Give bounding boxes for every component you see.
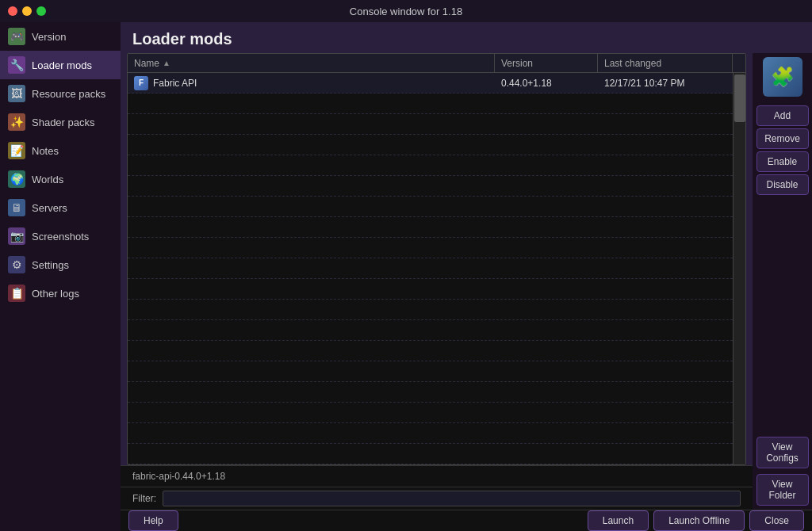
sidebar-item-resource-packs[interactable]: 🖼Resource packs [0, 79, 121, 108]
mod-header-icon: 🧩 [763, 57, 802, 97]
table-empty-row [128, 238, 733, 258]
table-empty-row [128, 279, 733, 300]
filter-label: Filter: [132, 493, 156, 504]
table-body: F Fabric API 0.44.0+1.18 12/17/21 10:47 … [128, 73, 733, 464]
screenshots-icon: 📷 [8, 227, 25, 245]
filter-row: Filter: [121, 487, 753, 510]
table-empty-row [128, 155, 733, 176]
footer-info-text: fabric-api-0.44.0+1.18 [132, 471, 225, 482]
main-container: 🎮Version🔧Loader mods🖼Resource packs✨Shad… [0, 22, 812, 531]
col-version-label: Version [501, 58, 533, 69]
mod-name: Fabric API [153, 78, 197, 89]
mods-table: Name ▲ Version Last changed [127, 53, 746, 465]
sidebar-label-settings: Settings [32, 259, 69, 271]
version-icon: 🎮 [8, 28, 25, 45]
resource-packs-icon: 🖼 [8, 85, 25, 102]
window-title: Console window for 1.18 [350, 6, 462, 17]
table-empty-row [128, 176, 733, 197]
table-empty-row [128, 135, 733, 155]
content-main: Name ▲ Version Last changed [121, 53, 812, 510]
filter-input[interactable] [163, 491, 741, 506]
servers-icon: 🖥 [8, 199, 25, 216]
other-logs-icon: 📋 [8, 285, 25, 302]
col-scrollbar-spacer [733, 54, 745, 72]
table-empty-row [128, 300, 733, 320]
table-empty-row [128, 114, 733, 135]
launch-button[interactable]: Launch [588, 510, 649, 531]
maximize-window-button[interactable] [36, 6, 46, 16]
shader-packs-icon: ✨ [8, 113, 25, 131]
sidebar-label-version: Version [32, 31, 66, 43]
sidebar-item-screenshots[interactable]: 📷Screenshots [0, 222, 121, 250]
sidebar-label-screenshots: Screenshots [32, 231, 89, 243]
table-header: Name ▲ Version Last changed [128, 54, 745, 73]
row-lastchanged-cell: 12/17/21 10:47 PM [598, 75, 733, 91]
add-button[interactable]: Add [756, 105, 809, 126]
table-empty-row [128, 320, 733, 341]
table-body-wrapper: F Fabric API 0.44.0+1.18 12/17/21 10:47 … [128, 73, 745, 464]
sidebar-item-loader-mods[interactable]: 🔧Loader mods [0, 51, 121, 79]
col-name-label: Name [134, 58, 159, 69]
table-empty-row [128, 258, 733, 279]
sidebar: 🎮Version🔧Loader mods🖼Resource packs✨Shad… [0, 22, 121, 531]
loader-mods-icon: 🔧 [8, 56, 25, 74]
enable-button[interactable]: Enable [756, 151, 809, 172]
table-empty-row [128, 423, 733, 444]
close-button[interactable]: Close [749, 510, 804, 531]
sidebar-label-servers: Servers [32, 202, 67, 214]
table-empty-row [128, 94, 733, 114]
sidebar-label-loader-mods: Loader mods [32, 59, 92, 71]
sidebar-label-resource-packs: Resource packs [32, 88, 105, 100]
table-empty-row [128, 403, 733, 423]
help-button[interactable]: Help [128, 510, 178, 531]
sort-arrow-name: ▲ [163, 59, 170, 67]
sidebar-item-notes[interactable]: 📝Notes [0, 136, 121, 165]
table-empty-row [128, 197, 733, 217]
view-configs-button[interactable]: View Configs [756, 437, 809, 468]
col-lastchanged-label: Last changed [604, 58, 661, 69]
table-empty-row [128, 361, 733, 382]
col-header-lastchanged[interactable]: Last changed [598, 54, 733, 72]
row-name-cell: F Fabric API [128, 74, 495, 93]
worlds-icon: 🌍 [8, 170, 25, 188]
empty-rows [128, 94, 733, 464]
view-folder-button[interactable]: View Folder [756, 474, 809, 506]
sidebar-item-version[interactable]: 🎮Version [0, 22, 121, 51]
right-panel: 🧩 Add Remove Enable Disable View Configs… [753, 53, 812, 510]
sidebar-item-worlds[interactable]: 🌍Worlds [0, 165, 121, 193]
launch-offline-button[interactable]: Launch Offline [653, 510, 745, 531]
minimize-window-button[interactable] [22, 6, 32, 16]
sidebar-item-servers[interactable]: 🖥Servers [0, 193, 121, 222]
window-controls [8, 6, 46, 16]
bottom-bar: Help Launch Launch Offline Close [121, 510, 812, 531]
scrollbar-thumb[interactable] [734, 74, 745, 122]
disable-button[interactable]: Disable [756, 174, 809, 195]
bottom-left: Help [128, 510, 178, 531]
remove-button[interactable]: Remove [756, 128, 809, 149]
table-scrollbar[interactable] [733, 73, 745, 464]
close-window-button[interactable] [8, 6, 17, 16]
sidebar-item-shader-packs[interactable]: ✨Shader packs [0, 108, 121, 136]
notes-icon: 📝 [8, 142, 25, 159]
settings-icon: ⚙ [8, 256, 25, 273]
col-header-name[interactable]: Name ▲ [128, 54, 495, 72]
sidebar-label-worlds: Worlds [32, 174, 63, 185]
mod-icon: F [134, 76, 148, 90]
table-empty-row [128, 444, 733, 464]
bottom-right: Launch Launch Offline Close [588, 510, 804, 531]
col-header-version[interactable]: Version [495, 54, 598, 72]
sidebar-item-other-logs[interactable]: 📋Other logs [0, 279, 121, 308]
table-empty-row [128, 341, 733, 361]
table-empty-row [128, 382, 733, 403]
sidebar-label-other-logs: Other logs [32, 288, 79, 300]
footer-info: fabric-api-0.44.0+1.18 [121, 465, 753, 487]
table-empty-row [128, 217, 733, 238]
row-version-cell: 0.44.0+1.18 [495, 75, 598, 91]
page-header: Loader mods [121, 22, 812, 53]
sidebar-label-shader-packs: Shader packs [32, 117, 95, 128]
page-title: Loader mods [132, 30, 232, 48]
table-and-actions: Name ▲ Version Last changed [121, 53, 753, 510]
content-wrapper: Loader mods Name ▲ Version [121, 22, 812, 531]
table-row[interactable]: F Fabric API 0.44.0+1.18 12/17/21 10:47 … [128, 73, 733, 94]
sidebar-item-settings[interactable]: ⚙Settings [0, 250, 121, 279]
